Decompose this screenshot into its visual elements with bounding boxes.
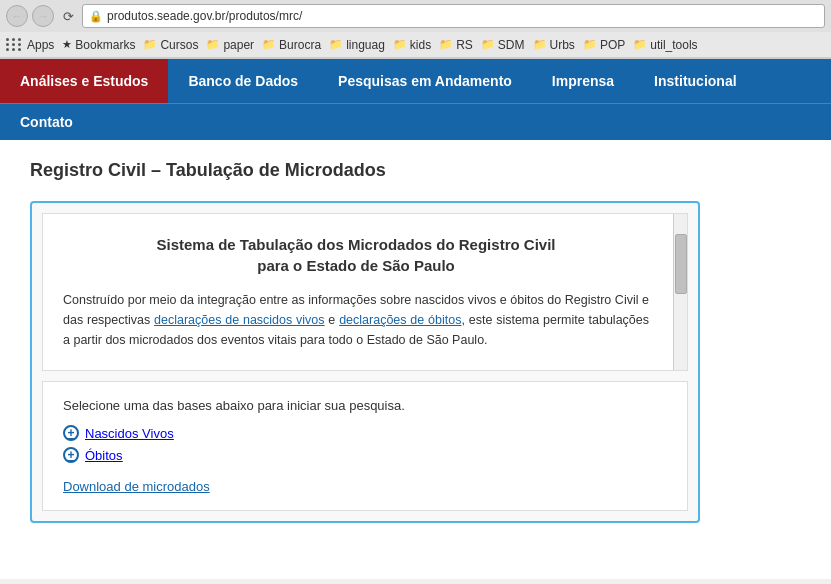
folder-icon: 📁 — [481, 38, 495, 51]
reload-button[interactable]: ⟳ — [58, 6, 78, 26]
nascidos-link[interactable]: + Nascidos Vivos — [63, 425, 667, 441]
page-content: Registro Civil – Tabulação de Microdados… — [0, 140, 831, 543]
lock-icon: 🔒 — [89, 10, 103, 23]
inner-title: Sistema de Tabulação dos Microdados do R… — [63, 234, 649, 276]
bookmark-pop[interactable]: 📁 POP — [583, 38, 625, 52]
bookmarks-bar: Apps ★ Bookmarks 📁 Cursos 📁 paper 📁 Buro… — [0, 32, 831, 58]
bookmark-util-tools[interactable]: 📁 util_tools — [633, 38, 697, 52]
folder-icon: 📁 — [393, 38, 407, 51]
selection-box: Selecione uma das bases abaixo para inic… — [42, 381, 688, 511]
back-button[interactable]: ← — [6, 5, 28, 27]
download-link[interactable]: Download de microdados — [63, 479, 210, 494]
forward-button[interactable]: → — [32, 5, 54, 27]
bookmark-paper[interactable]: 📁 paper — [206, 38, 254, 52]
bookmark-cursos-label: Cursos — [160, 38, 198, 52]
inner-box: Sistema de Tabulação dos Microdados do R… — [42, 213, 688, 371]
bookmark-sdm[interactable]: 📁 SDM — [481, 38, 525, 52]
bookmark-urbs-label: Urbs — [550, 38, 575, 52]
nav-institucional[interactable]: Institucional — [634, 59, 756, 103]
nav-pesquisas[interactable]: Pesquisas em Andamento — [318, 59, 532, 103]
folder-icon: 📁 — [262, 38, 276, 51]
bookmarks-label: Bookmarks — [75, 38, 135, 52]
link-obitos[interactable]: declarações de óbitos — [339, 313, 461, 327]
inner-text: Construído por meio da integração entre … — [63, 290, 649, 350]
selection-label: Selecione uma das bases abaixo para inic… — [63, 398, 667, 413]
bookmark-paper-label: paper — [223, 38, 254, 52]
nav-imprensa[interactable]: Imprensa — [532, 59, 634, 103]
bookmark-burocra[interactable]: 📁 Burocra — [262, 38, 321, 52]
folder-icon: 📁 — [329, 38, 343, 51]
folder-icon: 📁 — [439, 38, 453, 51]
address-bar[interactable]: 🔒 produtos.seade.gov.br/produtos/mrc/ — [82, 4, 825, 28]
nav-contato[interactable]: Contato — [0, 104, 831, 140]
inner-box-content: Sistema de Tabulação dos Microdados do R… — [63, 234, 667, 350]
nav-banco[interactable]: Banco de Dados — [168, 59, 318, 103]
folder-icon: 📁 — [206, 38, 220, 51]
folder-icon: 📁 — [143, 38, 157, 51]
bookmarks-item[interactable]: ★ Bookmarks — [62, 38, 135, 52]
apps-label: Apps — [27, 38, 54, 52]
bookmark-kids[interactable]: 📁 kids — [393, 38, 431, 52]
obitos-page-link[interactable]: Óbitos — [85, 448, 123, 463]
bookmark-kids-label: kids — [410, 38, 431, 52]
folder-icon: 📁 — [533, 38, 547, 51]
link-nascidos-vivos[interactable]: declarações de nascidos vivos — [154, 313, 325, 327]
apps-item[interactable]: Apps — [6, 38, 54, 52]
scrollbar-track[interactable] — [673, 214, 687, 370]
folder-icon: 📁 — [633, 38, 647, 51]
sub-nav: Contato — [0, 103, 831, 140]
folder-icon: 📁 — [583, 38, 597, 51]
star-icon: ★ — [62, 38, 72, 51]
bookmark-burocra-label: Burocra — [279, 38, 321, 52]
obitos-link[interactable]: + Óbitos — [63, 447, 667, 463]
bookmark-pop-label: POP — [600, 38, 625, 52]
bookmark-linguag-label: linguag — [346, 38, 385, 52]
bookmark-util-tools-label: util_tools — [650, 38, 697, 52]
site-wrapper: Análises e Estudos Banco de Dados Pesqui… — [0, 59, 831, 579]
bookmark-rs-label: RS — [456, 38, 473, 52]
browser-chrome: ← → ⟳ 🔒 produtos.seade.gov.br/produtos/m… — [0, 0, 831, 59]
bookmark-rs[interactable]: 📁 RS — [439, 38, 473, 52]
top-nav: Análises e Estudos Banco de Dados Pesqui… — [0, 59, 831, 103]
nascidos-vivos-link[interactable]: Nascidos Vivos — [85, 426, 174, 441]
page-title: Registro Civil – Tabulação de Microdados — [30, 160, 801, 181]
apps-grid-icon — [6, 38, 22, 51]
bookmark-urbs[interactable]: 📁 Urbs — [533, 38, 575, 52]
circle-plus-icon: + — [63, 425, 79, 441]
browser-toolbar: ← → ⟳ 🔒 produtos.seade.gov.br/produtos/m… — [0, 0, 831, 32]
url-text: produtos.seade.gov.br/produtos/mrc/ — [107, 9, 302, 23]
bookmark-linguag[interactable]: 📁 linguag — [329, 38, 385, 52]
scrollbar-thumb[interactable] — [675, 234, 687, 294]
nav-analises[interactable]: Análises e Estudos — [0, 59, 168, 103]
main-box: Sistema de Tabulação dos Microdados do R… — [30, 201, 700, 523]
bookmark-sdm-label: SDM — [498, 38, 525, 52]
bookmark-cursos[interactable]: 📁 Cursos — [143, 38, 198, 52]
circle-plus-icon-2: + — [63, 447, 79, 463]
